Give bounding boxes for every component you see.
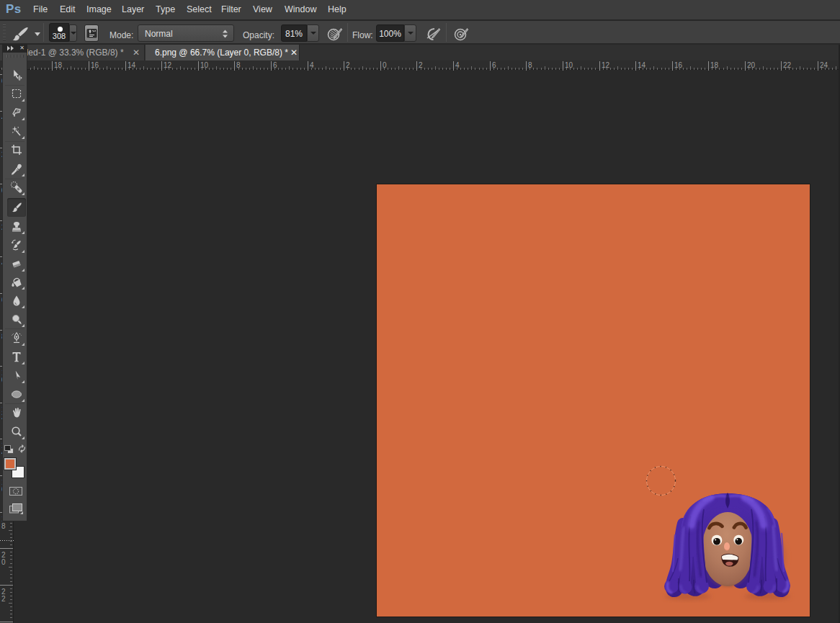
svg-text:20: 20	[747, 61, 756, 69]
svg-text:18: 18	[710, 61, 719, 69]
svg-text:0: 0	[1, 558, 6, 566]
svg-text:14: 14	[128, 61, 136, 69]
svg-text:24: 24	[820, 61, 828, 69]
svg-text:10: 10	[565, 61, 573, 69]
svg-text:16: 16	[674, 61, 683, 69]
svg-text:18: 18	[54, 61, 63, 69]
svg-text:12: 12	[602, 61, 610, 69]
svg-text:10: 10	[200, 61, 209, 69]
svg-text:14: 14	[638, 61, 646, 69]
svg-text:2: 2	[1, 595, 6, 603]
svg-text:8: 8	[1, 522, 6, 530]
svg-text:16: 16	[91, 61, 99, 69]
svg-text:22: 22	[783, 61, 792, 69]
svg-text:12: 12	[164, 61, 172, 69]
